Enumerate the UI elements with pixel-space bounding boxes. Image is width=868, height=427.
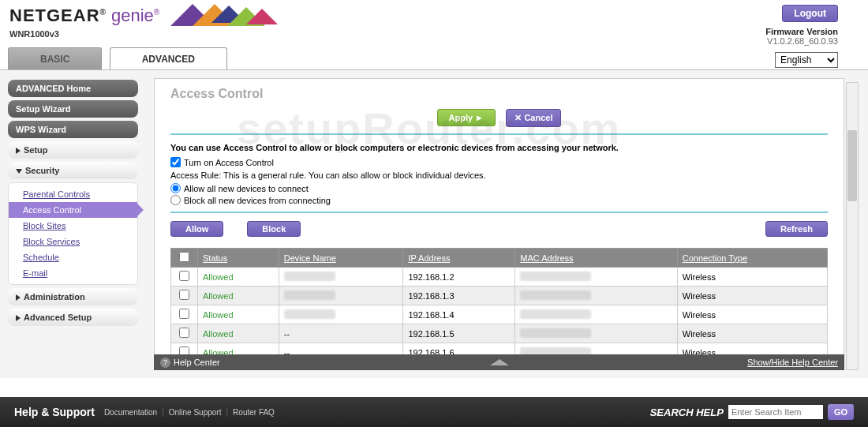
sidebar-item-parental-controls[interactable]: Parental Controls — [9, 186, 137, 202]
footer-link-router-faq[interactable]: Router FAQ — [233, 408, 275, 417]
radio-block-label: Block all new devices from connecting — [184, 196, 331, 205]
col-checkbox — [171, 249, 198, 268]
table-row: Allowed192.168.1.2Wireless — [171, 268, 828, 287]
radio-allow-row[interactable]: Allow all new devices to connect — [170, 183, 828, 193]
scrollbar[interactable] — [846, 82, 859, 370]
chevron-right-icon — [16, 315, 21, 321]
tab-basic[interactable]: BASIC — [8, 47, 102, 69]
header-right: Logout Firmware Version V1.0.2.68_60.0.9… — [765, 5, 838, 46]
select-all-checkbox[interactable] — [179, 252, 189, 262]
row-mac — [515, 268, 677, 287]
devices-table: Status Device Name IP Address MAC Addres… — [170, 248, 828, 362]
radio-allow-label: Allow all new devices to connect — [184, 184, 309, 193]
row-device-name — [279, 305, 403, 324]
refresh-button[interactable]: Refresh — [765, 221, 828, 237]
col-device-name[interactable]: Device Name — [279, 249, 403, 268]
table-row: Allowed--192.168.1.5Wireless — [171, 324, 828, 343]
row-ctype: Wireless — [677, 268, 827, 287]
row-ctype: Wireless — [677, 305, 827, 324]
help-center-label: Help Center — [174, 358, 220, 367]
row-status: Allowed — [198, 305, 279, 324]
sidebar-item-block-sites[interactable]: Block Sites — [9, 218, 137, 234]
firmware-label: Firmware Version — [765, 27, 838, 36]
col-mac-address[interactable]: MAC Address — [515, 249, 677, 268]
turn-on-checkbox[interactable] — [170, 157, 181, 167]
row-ip: 192.168.1.3 — [403, 287, 515, 305]
table-row: Allowed192.168.1.4Wireless — [171, 305, 828, 324]
row-status: Allowed — [198, 287, 279, 305]
chevron-right-icon — [16, 148, 21, 154]
sidebar-item-schedule[interactable]: Schedule — [9, 249, 137, 265]
sidebar: ADVANCED Home Setup Wizard WPS Wizard Se… — [8, 80, 138, 329]
logo-area: NETGEAR® genie® — [9, 4, 859, 28]
row-checkbox[interactable] — [179, 271, 189, 281]
col-status[interactable]: Status — [198, 249, 279, 268]
sidebar-item-access-control[interactable]: Access Control — [9, 202, 137, 218]
row-ip: 192.168.1.5 — [403, 324, 515, 343]
row-checkbox[interactable] — [179, 290, 189, 300]
help-icon: ? — [160, 358, 170, 368]
apply-button[interactable]: Apply ► — [437, 109, 496, 126]
firmware-version: V1.0.2.68_60.0.93 — [765, 36, 838, 46]
tab-advanced[interactable]: ADVANCED — [110, 47, 227, 69]
model-label: WNR1000v3 — [9, 29, 859, 39]
table-row: Allowed192.168.1.3Wireless — [171, 287, 828, 305]
radio-block-row[interactable]: Block all new devices from connecting — [170, 195, 828, 205]
sidebar-item-home[interactable]: ADVANCED Home — [8, 80, 138, 97]
row-ip: 192.168.1.4 — [403, 305, 515, 324]
search-help-input[interactable] — [728, 405, 823, 419]
footer-title: Help & Support — [14, 406, 95, 418]
sidebar-item-security[interactable]: Security — [8, 162, 138, 179]
show-hide-help-link[interactable]: Show/Hide Help Center — [747, 358, 838, 367]
footer-link-documentation[interactable]: Documentation — [104, 408, 157, 417]
allow-button[interactable]: Allow — [170, 221, 223, 237]
footer-link-online-support[interactable]: Online Support — [169, 408, 222, 417]
help-center-bar: ? Help Center Show/Hide Help Center — [154, 354, 844, 370]
cancel-button[interactable]: ✕ Cancel — [506, 109, 561, 127]
row-checkbox[interactable] — [179, 309, 189, 319]
turn-on-checkbox-row[interactable]: Turn on Access Control — [170, 157, 828, 167]
access-rule-text: Access Rule: This is a general rule. You… — [170, 170, 828, 180]
row-status: Allowed — [198, 324, 279, 343]
row-ip: 192.168.1.2 — [403, 268, 515, 287]
row-status: Allowed — [198, 268, 279, 287]
row-device-name — [279, 268, 403, 287]
row-mac — [515, 305, 677, 324]
radio-block[interactable] — [170, 195, 181, 205]
page-title: Access Control — [170, 87, 828, 101]
decorative-triangles-icon — [170, 4, 281, 28]
row-device-name: -- — [279, 324, 403, 343]
sidebar-item-administration[interactable]: Administration — [8, 288, 138, 305]
row-checkbox-cell — [171, 324, 198, 343]
scrollbar-thumb[interactable] — [847, 130, 857, 201]
language-select[interactable]: English — [775, 52, 838, 68]
chevron-right-icon — [16, 294, 21, 301]
sidebar-item-setup[interactable]: Setup — [8, 141, 138, 159]
go-button[interactable]: GO — [828, 404, 854, 420]
row-checkbox[interactable] — [179, 328, 189, 338]
row-device-name — [279, 287, 403, 305]
col-ip-address[interactable]: IP Address — [403, 249, 515, 268]
radio-allow[interactable] — [170, 183, 181, 193]
main-tabs: BASIC ADVANCED — [8, 47, 227, 71]
netgear-logo: NETGEAR® — [9, 6, 107, 26]
row-ctype: Wireless — [677, 324, 827, 343]
sidebar-item-wps-wizard[interactable]: WPS Wizard — [8, 121, 138, 138]
col-connection-type[interactable]: Connection Type — [677, 249, 827, 268]
logout-button[interactable]: Logout — [782, 5, 838, 22]
sidebar-item-advanced-setup[interactable]: Advanced Setup — [8, 309, 138, 326]
block-button[interactable]: Block — [247, 221, 301, 237]
page-description: You can use Access Control to allow or b… — [170, 143, 828, 152]
sidebar-item-setup-wizard[interactable]: Setup Wizard — [8, 100, 138, 118]
close-icon: ✕ — [514, 113, 524, 122]
sidebar-item-block-services[interactable]: Block Services — [9, 234, 137, 249]
caret-up-icon[interactable] — [490, 359, 509, 365]
row-checkbox-cell — [171, 287, 198, 305]
row-checkbox-cell — [171, 268, 198, 287]
footer: Help & Support Documentation | Online Su… — [0, 397, 868, 427]
turn-on-label: Turn on Access Control — [184, 158, 274, 167]
search-help-label: SEARCH HELP — [650, 406, 724, 418]
security-sublist: Parental Controls Access Control Block S… — [8, 182, 138, 285]
sidebar-item-email[interactable]: E-mail — [9, 265, 137, 281]
row-ctype: Wireless — [677, 287, 827, 305]
